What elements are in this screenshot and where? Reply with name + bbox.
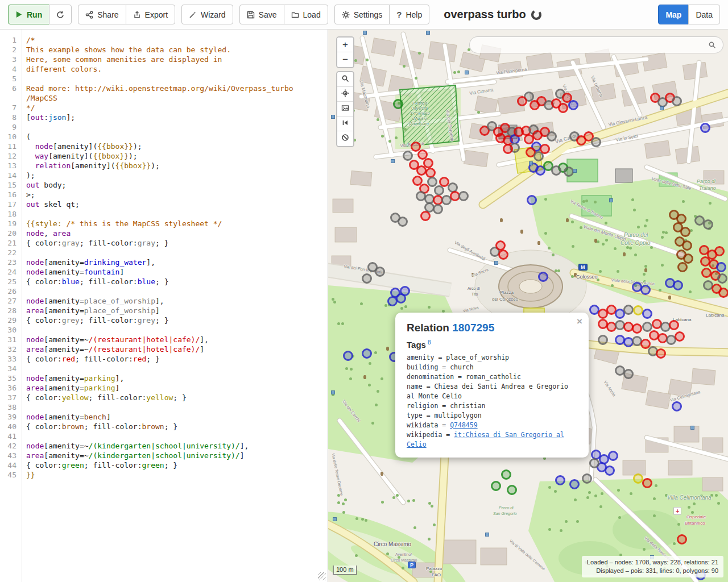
poi-marker[interactable] [642,478,652,488]
settings-button[interactable]: Settings [334,5,390,24]
poi-marker[interactable] [538,272,548,282]
poi-marker[interactable] [458,191,469,201]
poi-marker[interactable] [632,323,642,334]
data-toggle-button[interactable]: Data [688,5,720,24]
poi-marker[interactable] [540,144,550,154]
poi-marker[interactable] [680,227,690,237]
poi-marker[interactable] [547,131,557,142]
poi-marker[interactable] [568,100,578,110]
run-button[interactable]: Run [8,5,49,24]
poi-marker[interactable] [717,273,727,284]
poi-marker[interactable] [703,219,713,230]
poi-square-marker[interactable] [494,261,498,265]
poi-marker[interactable] [495,240,506,251]
poi-marker[interactable] [375,267,385,277]
poi-marker[interactable] [403,151,413,161]
poi-marker[interactable] [362,273,372,284]
previous-view-button[interactable] [337,117,353,131]
poi-marker[interactable] [423,158,433,168]
help-icon: ? [396,10,402,19]
poi-square-marker[interactable] [609,198,613,202]
poi-square-marker[interactable] [426,31,430,35]
poi-marker[interactable] [642,309,652,319]
map-search-input[interactable] [477,40,704,50]
poi-marker[interactable] [714,246,725,256]
poi-marker[interactable] [393,99,403,109]
poi-square-marker[interactable] [363,31,367,35]
poi-marker[interactable] [608,451,618,461]
share-button[interactable]: Share [78,5,126,24]
poi-marker[interactable] [400,286,410,296]
popup-close-icon[interactable]: × [577,316,582,327]
load-button[interactable]: Load [284,5,328,24]
zoom-in-button[interactable]: + [337,38,353,52]
poi-marker[interactable] [677,534,687,544]
code-line: 33{ color:red; fill-color:red; } [0,354,328,364]
poi-marker[interactable] [623,369,634,379]
code-line: 22 [0,248,328,257]
poi-marker[interactable] [491,481,501,491]
tag-value-link[interactable]: Q748459 [450,421,477,429]
export-button[interactable]: Export [126,5,175,24]
poi-marker[interactable] [682,240,692,251]
poi-marker[interactable] [362,348,372,359]
poi-marker[interactable] [591,137,601,147]
poi-marker[interactable] [507,485,517,495]
poi-marker[interactable] [555,475,565,485]
poi-marker[interactable] [343,351,353,361]
poi-marker[interactable] [517,96,527,106]
poi-marker[interactable] [501,469,511,480]
editor-resize-handle[interactable] [318,572,326,580]
map-toggle-button[interactable]: Map [658,5,689,24]
poi-marker[interactable] [589,458,599,468]
relation-id-link[interactable]: 1807295 [452,322,494,334]
poi-square-marker[interactable] [660,106,664,110]
clear-map-button[interactable] [337,131,353,146]
poi-marker[interactable] [675,331,685,342]
poi-marker[interactable] [398,217,408,227]
poi-square-marker[interactable] [465,70,469,74]
locate-button[interactable] [337,87,353,102]
poi-marker[interactable] [427,177,437,187]
poi-square-marker[interactable] [331,390,335,394]
poi-marker[interactable] [527,195,537,205]
poi-marker[interactable] [632,282,642,292]
help-button[interactable]: ? Help [389,5,429,24]
poi-marker[interactable] [420,211,431,221]
poi-square-marker[interactable] [391,159,395,163]
wizard-button[interactable]: Wizard [181,5,233,24]
poi-marker[interactable] [605,465,615,476]
poi-marker[interactable] [623,305,634,315]
map-search-button[interactable] [337,72,353,87]
poi-marker[interactable] [672,96,682,106]
poi-marker[interactable] [558,103,568,113]
poi-square-marker[interactable] [690,426,694,430]
poi-marker[interactable] [677,262,688,272]
rerun-button[interactable] [49,5,72,24]
poi-square-marker[interactable] [529,161,533,165]
poi-square-marker[interactable] [331,115,335,119]
poi-marker[interactable] [503,144,513,154]
poi-marker[interactable] [387,296,398,306]
poi-marker[interactable] [718,288,728,298]
poi-marker[interactable] [582,473,592,484]
poi-marker[interactable] [656,348,666,359]
map-panel[interactable]: Via MazzarinoVia PanispernaVia CimarraVi… [328,30,728,582]
poi-marker[interactable] [569,479,580,489]
poi-marker[interactable] [642,322,652,332]
poi-marker[interactable] [700,123,710,133]
poi-marker[interactable] [672,401,682,411]
code-editor[interactable]: 1/*2This example shows how the data can … [0,30,328,582]
poi-square-marker[interactable] [485,533,489,537]
poi-square-marker[interactable] [573,169,577,173]
zoom-out-button[interactable]: − [337,52,353,67]
poi-marker[interactable] [498,250,508,260]
save-button[interactable]: Save [239,5,284,24]
poi-square-marker[interactable] [333,517,337,521]
poi-marker[interactable] [669,320,679,330]
poi-marker[interactable] [551,165,561,176]
poi-marker[interactable] [433,204,443,214]
export-image-button[interactable] [337,102,353,117]
poi-marker[interactable] [665,278,675,288]
poi-marker[interactable] [598,335,608,345]
